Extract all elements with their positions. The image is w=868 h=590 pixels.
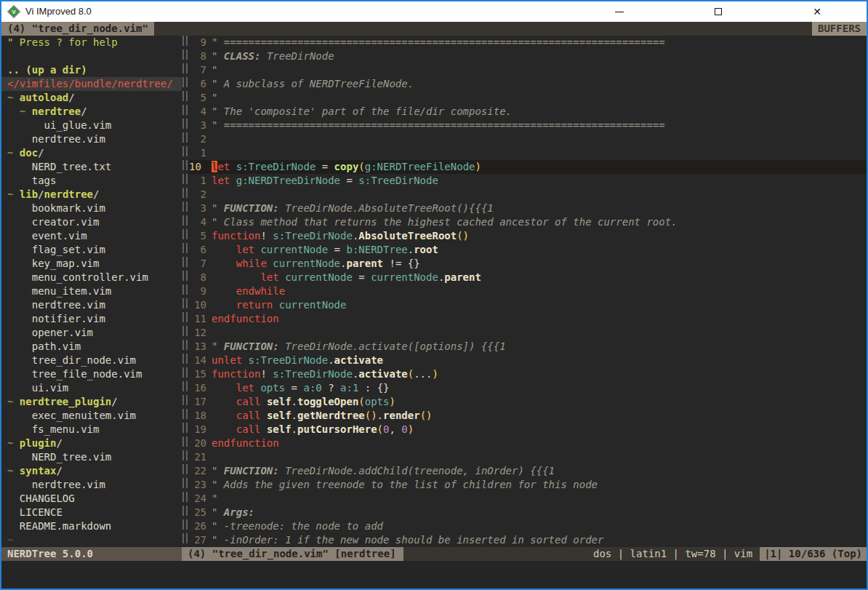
code-line[interactable]: 4" The 'composite' part of the file/dir … bbox=[189, 105, 867, 119]
tree-item[interactable]: exec_menuitem.vim bbox=[7, 409, 182, 423]
code-line[interactable]: 27" -inOrder: 1 if the new node should b… bbox=[189, 533, 867, 547]
tree-item[interactable]: ~ nerdtree_plugin/ bbox=[7, 395, 182, 409]
code-line[interactable]: 19 call self.putCursorHere(0, 0) bbox=[189, 423, 867, 436]
statusline-fileinfo: dos | latin1 | tw=78 | vim bbox=[593, 547, 760, 561]
tree-item[interactable]: </vimfiles/bundle/nerdtree/ bbox=[1, 77, 182, 91]
editor-buffer[interactable]: 9" =====================================… bbox=[189, 36, 867, 547]
minimize-button[interactable] bbox=[605, 1, 634, 22]
tree-item[interactable]: menu_item.vim bbox=[7, 284, 182, 298]
line-number: 26 bbox=[189, 519, 206, 533]
main-area: " Press ? for help.. (up a dir)</vimfile… bbox=[1, 36, 867, 547]
line-number: 22 bbox=[189, 464, 206, 478]
tree-item[interactable]: ~ autoload/ bbox=[7, 91, 182, 105]
window-split-separator[interactable] bbox=[182, 36, 189, 547]
tree-item[interactable] bbox=[7, 49, 182, 63]
code-line[interactable]: 17 call self.toggleOpen(opts) bbox=[189, 395, 867, 409]
tree-item[interactable]: NERD_tree.vim bbox=[7, 450, 182, 464]
line-number: 8 bbox=[189, 271, 206, 284]
code-line[interactable]: 5function! s:TreeDirNode.AbsoluteTreeRoo… bbox=[189, 229, 867, 243]
tree-item[interactable]: ~ syntax/ bbox=[7, 464, 182, 478]
tree-item[interactable]: tags bbox=[7, 174, 182, 188]
code-line[interactable]: 1let g:NERDTreeDirNode = s:TreeDirNode bbox=[189, 174, 867, 188]
tree-item[interactable]: nerdtree.vim bbox=[7, 478, 182, 492]
code-line[interactable]: 21 bbox=[189, 450, 867, 464]
tree-item[interactable]: menu_controller.vim bbox=[7, 271, 182, 284]
code-line[interactable]: 6" A subclass of NERDTreeFileNode. bbox=[189, 77, 867, 91]
tree-item[interactable]: README.markdown bbox=[7, 519, 182, 533]
tree-item[interactable]: ui_glue.vim bbox=[7, 119, 182, 132]
close-button[interactable]: ✕ bbox=[803, 1, 832, 22]
code-line[interactable]: 26" -treenode: the node to add bbox=[189, 519, 867, 533]
line-number: 25 bbox=[189, 506, 206, 519]
line-number: 7 bbox=[189, 257, 206, 271]
tree-item[interactable]: path.vim bbox=[7, 340, 182, 354]
tree-item[interactable]: ~ nerdtree/ bbox=[7, 105, 182, 119]
tree-item[interactable]: ~ doc/ bbox=[7, 146, 182, 160]
code-line[interactable]: 18 call self.getNerdtree().render() bbox=[189, 409, 867, 423]
code-line[interactable]: 15function! s:TreeDirNode.activate(...) bbox=[189, 367, 867, 381]
code-line[interactable]: 5" bbox=[189, 91, 867, 105]
tree-item[interactable]: notifier.vim bbox=[7, 312, 182, 326]
svg-text:V: V bbox=[12, 9, 16, 15]
tree-item[interactable]: ~ bbox=[7, 533, 182, 547]
code-line[interactable]: 20endfunction bbox=[189, 436, 867, 450]
command-line[interactable] bbox=[1, 561, 867, 589]
maximize-button[interactable] bbox=[704, 1, 733, 22]
code-line[interactable]: 10 return currentNode bbox=[189, 298, 867, 312]
tree-item[interactable]: CHANGELOG bbox=[7, 492, 182, 506]
code-line[interactable]: 12 bbox=[189, 326, 867, 340]
code-line[interactable]: 22" FUNCTION: TreeDirNode.addChild(treen… bbox=[189, 464, 867, 478]
tree-item[interactable]: ui.vim bbox=[7, 381, 182, 395]
code-line[interactable]: 23" Adds the given treenode to the list … bbox=[189, 478, 867, 492]
tree-item[interactable]: tree_file_node.vim bbox=[7, 367, 182, 381]
code-line[interactable]: 13" FUNCTION: TreeDirNode.activate([opti… bbox=[189, 340, 867, 354]
code-line[interactable]: 14unlet s:TreeDirNode.activate bbox=[189, 354, 867, 367]
tree-item[interactable]: ~ plugin/ bbox=[7, 436, 182, 450]
code-line[interactable]: 16 let opts = a:0 ? a:1 : {} bbox=[189, 381, 867, 395]
line-number: 1 bbox=[189, 146, 206, 160]
tree-item[interactable]: bookmark.vim bbox=[7, 202, 182, 215]
code-line[interactable]: 2 bbox=[189, 132, 867, 146]
code-line[interactable]: 11endfunction bbox=[189, 312, 867, 326]
maximize-icon bbox=[715, 8, 722, 15]
code-line[interactable]: 7 while currentNode.parent != {} bbox=[189, 257, 867, 271]
tree-item[interactable]: ~ lib/nerdtree/ bbox=[7, 188, 182, 202]
nerdtree-panel: " Press ? for help.. (up a dir)</vimfile… bbox=[1, 36, 182, 547]
tabline-fill bbox=[154, 22, 812, 36]
title-bar[interactable]: V Vi IMproved 8.0 ✕ bbox=[1, 1, 867, 22]
code-line[interactable]: 10let s:TreeDirNode = copy(g:NERDTreeFil… bbox=[189, 160, 867, 174]
line-number: 27 bbox=[189, 533, 206, 547]
code-line[interactable]: 7" bbox=[189, 63, 867, 77]
code-line[interactable]: 9 endwhile bbox=[189, 284, 867, 298]
line-number: 1 bbox=[189, 174, 206, 188]
line-number: 23 bbox=[189, 478, 206, 492]
code-line[interactable]: 9" =====================================… bbox=[189, 36, 867, 49]
code-line[interactable]: 3" =====================================… bbox=[189, 119, 867, 132]
code-line[interactable]: 2 bbox=[189, 188, 867, 202]
code-line[interactable]: 24" bbox=[189, 492, 867, 506]
close-icon: ✕ bbox=[813, 6, 821, 17]
tree-item[interactable]: nerdtree.vim bbox=[7, 132, 182, 146]
code-line[interactable]: 25" Args: bbox=[189, 506, 867, 519]
line-number: 9 bbox=[189, 36, 206, 49]
tree-item[interactable]: NERD_tree.txt bbox=[7, 160, 182, 174]
tree-item[interactable]: key_map.vim bbox=[7, 257, 182, 271]
tree-item[interactable]: " Press ? for help bbox=[7, 36, 182, 49]
tree-item[interactable]: flag_set.vim bbox=[7, 243, 182, 257]
tree-item[interactable]: tree_dir_node.vim bbox=[7, 354, 182, 367]
code-line[interactable]: 6 let currentNode = b:NERDTree.root bbox=[189, 243, 867, 257]
tree-item[interactable]: creator.vim bbox=[7, 215, 182, 229]
line-number: 4 bbox=[189, 105, 206, 119]
tree-item[interactable]: event.vim bbox=[7, 229, 182, 243]
code-line[interactable]: 3" FUNCTION: TreeDirNode.AbsoluteTreeRoo… bbox=[189, 202, 867, 215]
tree-item[interactable]: nerdtree.vim bbox=[7, 298, 182, 312]
tree-item[interactable]: opener.vim bbox=[7, 326, 182, 340]
code-line[interactable]: 4" Class method that returns the highest… bbox=[189, 215, 867, 229]
tree-item[interactable]: fs_menu.vim bbox=[7, 423, 182, 436]
code-line[interactable]: 1 bbox=[189, 146, 867, 160]
code-line[interactable]: 8" CLASS: TreeDirNode bbox=[189, 49, 867, 63]
tab-tree-dir-node[interactable]: (4) "tree_dir_node.vim" bbox=[1, 22, 154, 36]
tree-item[interactable]: LICENCE bbox=[7, 506, 182, 519]
tree-item[interactable]: .. (up a dir) bbox=[7, 63, 182, 77]
code-line[interactable]: 8 let currentNode = currentNode.parent bbox=[189, 271, 867, 284]
